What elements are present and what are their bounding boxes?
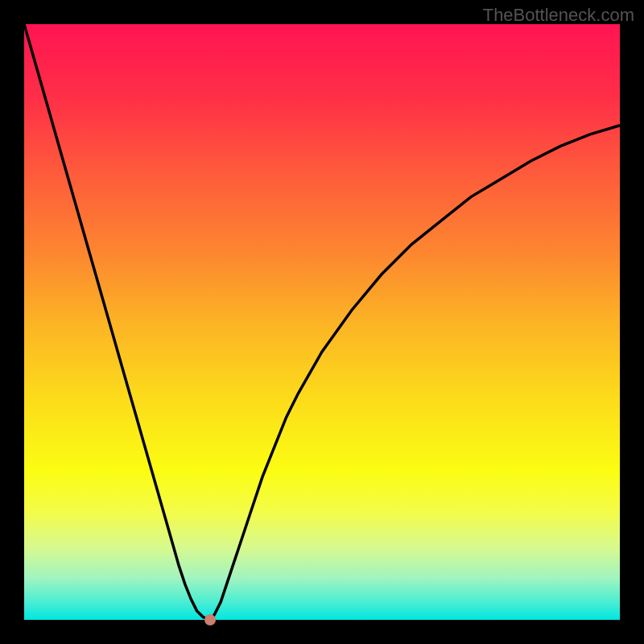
- bottleneck-chart: [24, 24, 620, 620]
- curve-line: [24, 24, 620, 620]
- watermark-text: TheBottleneck.com: [483, 5, 634, 26]
- minimum-point-marker: [204, 614, 216, 625]
